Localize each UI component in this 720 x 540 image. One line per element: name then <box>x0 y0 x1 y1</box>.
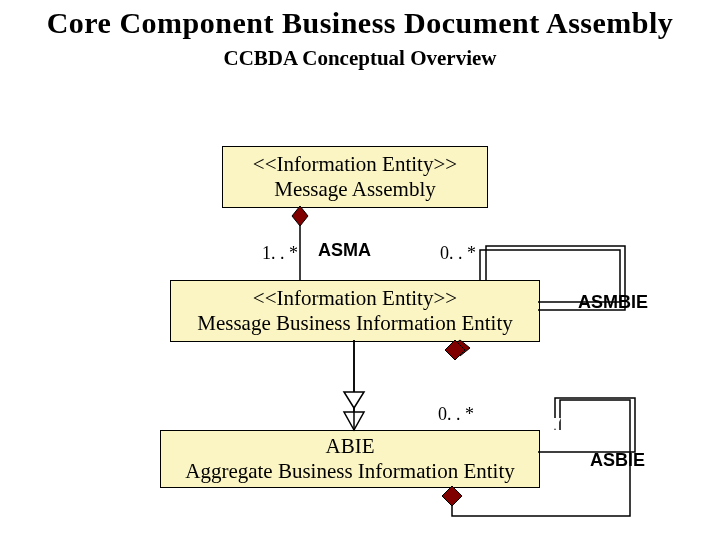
class-name-label: Aggregate Business Information Entity <box>185 459 515 484</box>
page-subtitle: CCBDA Conceptual Overview <box>0 46 720 71</box>
stereotype-label: <<Information Entity>> <box>253 286 457 311</box>
svg-marker-7 <box>344 412 364 430</box>
multiplicity-mbie-self: 0. . * <box>440 243 476 264</box>
role-asbie: ASBIE <box>590 450 645 471</box>
generalization-arrowhead <box>344 340 364 430</box>
svg-marker-5 <box>445 340 465 360</box>
generalization-mbie-abie <box>344 340 364 430</box>
composition-asmbie-self-2 <box>445 340 465 360</box>
svg-marker-2 <box>450 340 470 356</box>
composition-asbie-loop <box>538 398 635 452</box>
diagram-canvas: Core Component Business Document Assembl… <box>0 0 720 540</box>
class-name-label: Message Assembly <box>274 177 436 202</box>
multiplicity-abie-self: 0. . * <box>438 404 474 425</box>
page-title: Core Component Business Document Assembl… <box>0 6 720 40</box>
svg-marker-8 <box>344 392 364 408</box>
role-asmbie: ASMBIE <box>578 292 648 313</box>
stereotype-label: <<Information Entity>> <box>253 152 457 177</box>
class-mbie: <<Information Entity>> Message Business … <box>170 280 540 342</box>
class-name-label: Message Business Information Entity <box>197 311 513 336</box>
class-short-name: ABIE <box>326 434 375 459</box>
svg-marker-11 <box>442 486 462 506</box>
svg-marker-13 <box>549 418 561 430</box>
svg-marker-1 <box>292 206 308 226</box>
class-message-assembly: <<Information Entity>> Message Assembly <box>222 146 488 208</box>
multiplicity-asma: 1. . * <box>262 243 298 264</box>
class-abie: ABIE Aggregate Business Information Enti… <box>160 430 540 488</box>
role-asma: ASMA <box>318 240 371 261</box>
